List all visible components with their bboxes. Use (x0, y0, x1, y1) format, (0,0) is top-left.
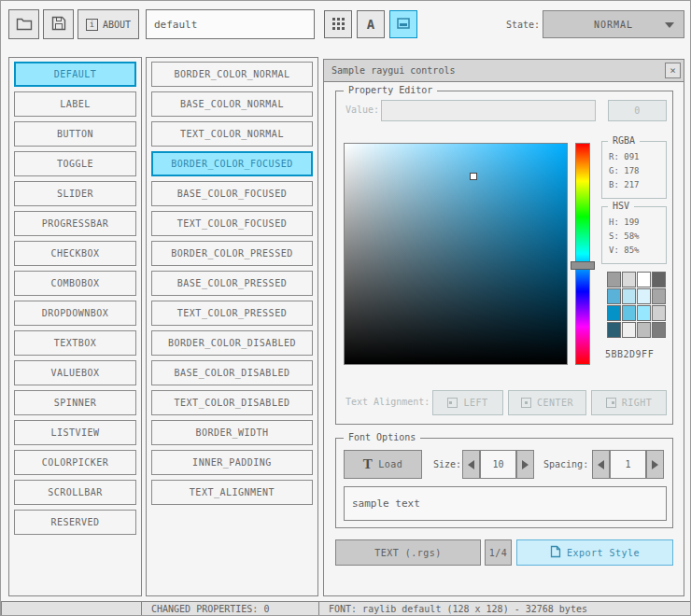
palette-swatch[interactable] (652, 305, 666, 321)
arrow-left-icon (468, 460, 474, 469)
open-style-button[interactable] (8, 9, 39, 39)
hsv-box: HSV H: 199S: 58%V: 85% (601, 206, 667, 264)
style-table-button[interactable] (324, 10, 352, 38)
page-indicator-button[interactable]: 1/4 (485, 539, 512, 566)
property-list-item[interactable]: BASE_COLOR_NORMAL (151, 91, 313, 117)
value-apply-button[interactable]: 0 (608, 100, 667, 121)
palette-swatch[interactable] (637, 322, 651, 338)
align-center-button[interactable]: CENTER (508, 390, 586, 415)
spacing-label: Spacing: (543, 459, 588, 469)
color-cursor[interactable] (470, 173, 477, 180)
hsv-row: H: 199 (609, 216, 666, 230)
palette-swatch[interactable] (622, 322, 636, 338)
color-panel[interactable] (344, 143, 568, 365)
property-list-item[interactable]: TEXT_COLOR_PRESSED (151, 301, 313, 326)
hue-slider-handle[interactable] (571, 261, 595, 270)
align-center-label: CENTER (537, 398, 573, 408)
align-left-button[interactable]: LEFT (432, 390, 503, 415)
font-view-button[interactable]: A (357, 10, 385, 38)
palette-swatch[interactable] (622, 288, 636, 304)
control-list-item[interactable]: SLIDER (14, 181, 136, 206)
control-list-item[interactable]: PROGRESSBAR (14, 211, 136, 236)
spacing-value-box[interactable]: 1 (610, 450, 646, 479)
palette-swatch[interactable] (652, 272, 666, 287)
property-list-item[interactable]: INNER_PADDING (151, 450, 313, 475)
palette-swatch[interactable] (607, 272, 621, 287)
font-load-label: Load (378, 459, 402, 469)
control-list-item[interactable]: VALUEBOX (14, 360, 136, 385)
property-list-item[interactable]: BASE_COLOR_PRESSED (151, 271, 313, 296)
font-load-button[interactable]: T Load (344, 450, 422, 479)
control-list-item[interactable]: BUTTON (14, 121, 136, 147)
style-edit-button[interactable] (389, 10, 417, 38)
palette-swatch[interactable] (637, 288, 651, 304)
property-list-item[interactable]: BASE_COLOR_FOCUSED (151, 181, 313, 206)
font-t-icon: T (363, 456, 374, 472)
export-style-button[interactable]: Export Style (516, 539, 673, 566)
property-list-item[interactable]: TEXT_COLOR_FOCUSED (151, 211, 313, 236)
style-name-input[interactable] (146, 9, 315, 39)
palette-swatch[interactable] (637, 272, 651, 287)
controls-list: DEFAULTLABELBUTTONTOGGLESLIDERPROGRESSBA… (8, 57, 142, 596)
palette-swatch[interactable] (607, 305, 621, 321)
size-increment-button[interactable] (516, 450, 534, 479)
palette-swatch[interactable] (622, 272, 636, 287)
palette-swatch[interactable] (622, 305, 636, 321)
text-alignment-label: Text Alignment: (346, 397, 430, 407)
style-window-icon (397, 18, 410, 31)
control-list-item[interactable]: COLORPICKER (14, 450, 136, 475)
control-list-item[interactable]: COMBOBOX (14, 271, 136, 296)
palette-swatch[interactable] (652, 288, 666, 304)
spacing-value: 1 (625, 459, 630, 469)
property-list-item[interactable]: TEXT_ALIGNMENT (151, 480, 313, 505)
hex-value: 5BB2D9FF (605, 349, 654, 359)
palette-swatch[interactable] (607, 322, 621, 338)
size-decrement-button[interactable] (462, 450, 480, 479)
property-list-item[interactable]: BORDER_COLOR_DISABLED (151, 330, 313, 356)
page-indicator-label: 1/4 (489, 548, 508, 558)
palette-swatch[interactable] (637, 305, 651, 321)
value-label: Value: (346, 105, 379, 115)
control-list-item[interactable]: TEXTBOX (14, 330, 136, 356)
spacing-increment-button[interactable] (646, 450, 664, 479)
control-list-item[interactable]: LISTVIEW (14, 420, 136, 445)
hsv-row: V: 85% (609, 244, 666, 258)
property-list-item[interactable]: BORDER_COLOR_FOCUSED (151, 151, 313, 176)
font-options-group: Font Options T Load Size: 10 Spacing: 1 (335, 438, 673, 528)
control-list-item[interactable]: LABEL (14, 91, 136, 117)
about-button[interactable]: i ABOUT (78, 9, 139, 39)
save-style-button[interactable] (43, 9, 74, 39)
state-dropdown[interactable]: NORMAL (543, 10, 684, 38)
size-value-box[interactable]: 10 (480, 450, 516, 479)
control-list-item[interactable]: DROPDOWNBOX (14, 301, 136, 326)
rgba-row: G: 178 (609, 164, 666, 178)
align-right-button[interactable]: RIGHT (591, 390, 667, 415)
control-list-item[interactable]: DEFAULT (14, 62, 136, 87)
property-list-item[interactable]: TEXT_COLOR_DISABLED (151, 390, 313, 415)
palette-swatch[interactable] (607, 288, 621, 304)
control-list-item[interactable]: SCROLLBAR (14, 480, 136, 505)
property-list-item[interactable]: BORDER_COLOR_PRESSED (151, 241, 313, 266)
property-list-item[interactable]: BORDER_COLOR_NORMAL (151, 62, 313, 87)
close-button[interactable]: × (665, 63, 681, 78)
size-value: 10 (492, 459, 503, 469)
rgba-row: R: 091 (609, 150, 666, 164)
control-list-item[interactable]: TOGGLE (14, 151, 136, 176)
close-icon: × (670, 64, 676, 77)
sample-text-input[interactable] (344, 486, 667, 521)
control-list-item[interactable]: RESERVED (14, 510, 136, 535)
control-list-item[interactable]: CHECKBOX (14, 241, 136, 266)
hue-bar[interactable] (575, 143, 590, 365)
property-list-item[interactable]: TEXT_COLOR_NORMAL (151, 121, 313, 147)
control-list-item[interactable]: SPINNER (14, 390, 136, 415)
property-list-item[interactable]: BASE_COLOR_DISABLED (151, 360, 313, 385)
value-input[interactable] (381, 100, 596, 121)
palette-swatch[interactable] (652, 322, 666, 338)
arrow-right-icon (522, 460, 529, 469)
property-list-item[interactable]: BORDER_WIDTH (151, 420, 313, 445)
font-options-group-label: Font Options (344, 432, 420, 442)
spacing-decrement-button[interactable] (592, 450, 610, 479)
hsv-row: S: 58% (609, 230, 666, 244)
export-format-button[interactable]: TEXT (.rgs) (335, 539, 481, 566)
window-titlebar[interactable]: Sample raygui controls (324, 60, 684, 82)
